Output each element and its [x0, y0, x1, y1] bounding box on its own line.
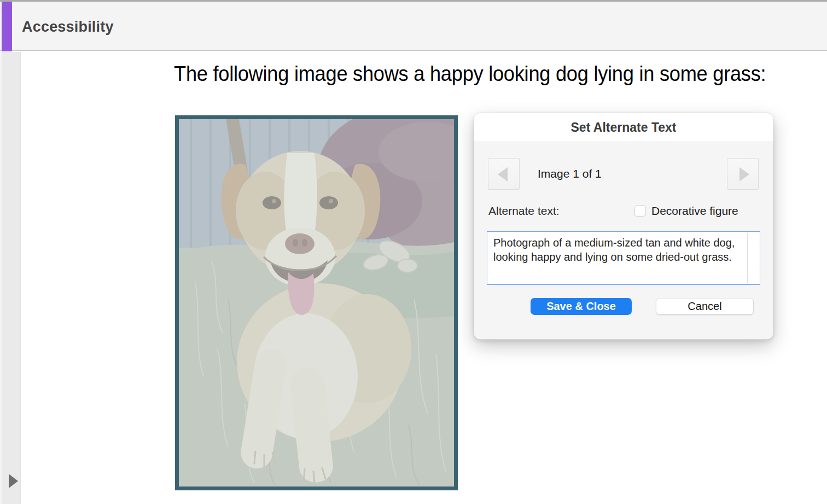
document-image-dog-photo[interactable] [175, 115, 458, 490]
panel-title: Accessibility [22, 19, 114, 36]
decorative-figure-checkbox[interactable] [634, 205, 646, 216]
chevron-right-icon [9, 474, 18, 488]
decorative-figure-label: Decorative figure [651, 204, 738, 218]
next-image-button[interactable] [727, 158, 759, 190]
collapsed-sidebar-rail [0, 52, 21, 504]
dialog-header: Set Alternate Text [474, 113, 773, 142]
previous-image-button[interactable] [488, 158, 520, 190]
dog-photo-illustration [179, 119, 454, 487]
dialog-title: Set Alternate Text [474, 113, 773, 142]
alternate-text-field-wrap: Photograph of a medium-sized tan and whi… [487, 231, 760, 285]
alternate-text-label: Alternate text: [488, 204, 560, 218]
set-alternate-text-dialog: Set Alternate Text Image 1 of 1 Alternat… [474, 113, 773, 339]
image-counter: Image 1 of 1 [538, 167, 602, 180]
cancel-button[interactable]: Cancel [656, 298, 754, 315]
triangle-left-icon [498, 167, 508, 181]
save-and-close-button[interactable]: Save & Close [531, 298, 632, 315]
accent-stripe [2, 2, 12, 51]
expand-panel-button[interactable] [8, 473, 19, 489]
alternate-text-input[interactable]: Photograph of a medium-sized tan and whi… [487, 232, 760, 284]
document-heading: The following image shows a happy lookin… [174, 62, 766, 86]
panel-header: Accessibility [0, 0, 827, 51]
triangle-right-icon [739, 167, 749, 181]
application-window: Accessibility The following image shows … [0, 0, 827, 504]
